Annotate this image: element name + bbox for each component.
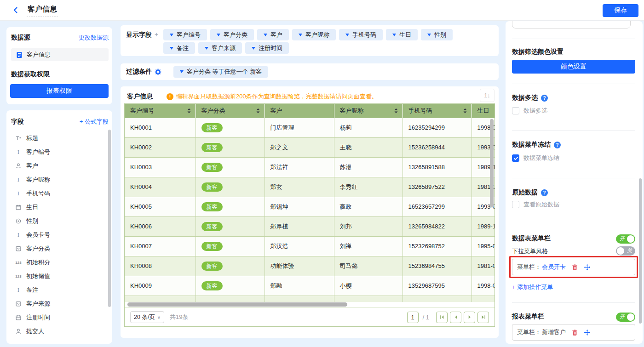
topbar: 客户信息 保存 — [0, 0, 644, 21]
field-item-性别[interactable]: 性别 — [11, 214, 109, 228]
question-icon[interactable]: ? — [541, 189, 548, 196]
field-item-提交人[interactable]: 提交人 — [11, 324, 109, 338]
report-permission-button[interactable]: 报表权限 — [10, 84, 109, 98]
status-badge: 新客 — [201, 182, 223, 192]
change-datasource-link[interactable]: 更改数据源 — [79, 34, 109, 42]
sort-icon[interactable] — [463, 108, 467, 114]
multi-select-checkbox[interactable] — [512, 107, 519, 114]
sort-tool-button[interactable]: 1↓ — [480, 89, 494, 102]
trash-icon[interactable] — [571, 329, 578, 336]
display-field-chip-客户分类[interactable]: 客户分类 — [210, 29, 254, 40]
add-action-menu-link[interactable]: + 添加操作菜单 — [512, 283, 553, 291]
table-cell: 1989-11 — [472, 216, 494, 236]
field-item-客户来源[interactable]: 客户来源 — [11, 297, 109, 311]
display-field-chip-性别[interactable]: 性别 — [421, 29, 453, 40]
divider — [512, 130, 635, 131]
gear-icon[interactable] — [155, 68, 161, 75]
display-field-chip-手机号码[interactable]: 手机号码 — [339, 29, 383, 40]
field-item-标题[interactable]: 标题 — [11, 131, 109, 145]
raw-data-checkbox[interactable] — [512, 201, 519, 208]
menu-bar-name[interactable]: 新增客户 — [542, 328, 566, 336]
sort-icon[interactable] — [394, 108, 398, 114]
display-field-chip-客户[interactable]: 客户 — [257, 29, 289, 40]
document-icon — [16, 51, 23, 58]
field-item-生日[interactable]: 生日 — [11, 200, 109, 214]
table-cell: 15236258944 — [402, 137, 472, 157]
move-icon[interactable] — [584, 329, 591, 336]
total-pages: / 1 — [423, 314, 429, 321]
field-item-客户编号[interactable]: I客户编号 — [11, 145, 109, 159]
field-item-客户分类[interactable]: 客户分类 — [11, 242, 109, 256]
table-cell: 1981-06 — [472, 256, 494, 276]
back-icon[interactable] — [12, 6, 19, 14]
toggle-knob — [627, 313, 634, 321]
display-field-chip-客户编号[interactable]: 客户编号 — [163, 29, 207, 40]
divider — [512, 84, 635, 84]
table-cell: 13265897522 — [402, 177, 472, 197]
datasource-item[interactable]: 客户信息 — [11, 48, 109, 61]
field-item-初始储值[interactable]: 123初始储值 — [11, 269, 109, 283]
menu-bar-item[interactable]: 菜单栏： 新增客户 — [512, 324, 635, 341]
question-icon[interactable]: ? — [554, 142, 561, 148]
field-item-客户[interactable]: 客户 — [11, 159, 109, 173]
sort-icon[interactable] — [187, 108, 191, 114]
table-cell: 13529687595 — [402, 276, 472, 296]
field-item-初始积分[interactable]: 123初始积分 — [11, 256, 109, 269]
display-field-chip-客户昵称[interactable]: 客户昵称 — [292, 29, 336, 40]
filter-condition-chip[interactable]: 客户分类 等于任意一个 新客 — [173, 66, 268, 78]
display-field-chip-备注[interactable]: 备注 — [163, 42, 195, 54]
fields-scrollbar[interactable] — [108, 130, 111, 307]
datasource-item-label: 客户信息 — [27, 51, 51, 59]
field-item-备注[interactable]: I备注 — [11, 283, 109, 297]
field-item-会员卡号[interactable]: I会员卡号 — [11, 228, 109, 242]
first-page-button[interactable] — [436, 312, 448, 323]
display-field-chip-注册时间[interactable]: 注册时间 — [245, 42, 289, 54]
field-item-label: 客户编号 — [26, 148, 50, 156]
add-formula-field-link[interactable]: + 公式字段 — [80, 118, 109, 126]
table-cell: 门店管理 — [264, 118, 334, 137]
fields-panel: 字段 + 公式字段 标题I客户编号客户I客户昵称I手机号码生日性别I会员卡号客户… — [6, 110, 112, 344]
raw-data-checkbox-row[interactable]: 查看原始数据 — [512, 200, 559, 209]
field-item-手机号码[interactable]: I手机号码 — [11, 187, 109, 200]
horizontal-scroll-thumb[interactable] — [127, 302, 347, 307]
table-vertical-scrollbar[interactable] — [490, 119, 494, 207]
table-cell: 新客 — [196, 276, 264, 296]
color-settings-button[interactable]: 颜色设置 — [512, 60, 635, 74]
multi-select-checkbox-row[interactable]: 数据多选 — [512, 107, 547, 115]
table-row: KH0004新客郑玄李秀红132658975221981-06 — [125, 177, 494, 197]
display-field-chips: 客户编号客户分类客户客户昵称手机号码生日性别备注客户来源注册时间 — [163, 29, 453, 56]
current-page-input[interactable]: 1 — [407, 312, 419, 323]
menu-bar-item[interactable]: 菜单栏： 会员开卡 — [512, 259, 635, 275]
report-menu-toggle[interactable]: 开 — [616, 313, 635, 322]
move-icon[interactable] — [584, 264, 591, 271]
display-field-chip-客户来源[interactable]: 客户来源 — [198, 42, 242, 54]
field-item-注册时间[interactable]: 注册时间 — [11, 311, 109, 324]
table-cell: 郑之文 — [264, 137, 334, 157]
last-page-button[interactable] — [477, 312, 489, 323]
table-menu-toggle[interactable]: 开 — [616, 234, 635, 244]
menu-bar-name[interactable]: 会员开卡 — [542, 263, 566, 271]
display-field-chip-生日[interactable]: 生日 — [386, 29, 418, 40]
trash-icon[interactable] — [571, 264, 578, 271]
save-button[interactable]: 保存 — [603, 4, 638, 17]
table-cell: KH0009 — [125, 276, 196, 296]
sort-icon[interactable] — [256, 108, 260, 114]
field-item-客户昵称[interactable]: I客户昵称 — [11, 173, 109, 187]
next-page-button[interactable] — [464, 312, 475, 323]
page-size-select[interactable]: 20 条/页 ∨ — [130, 311, 164, 323]
question-icon[interactable]: ? — [541, 95, 548, 102]
status-badge: 新客 — [201, 281, 223, 290]
table-cell: 新客 — [196, 236, 264, 256]
dropdown-style-toggle[interactable]: 关 — [616, 246, 635, 256]
table-row: KH0008新客功能体验司马懿152369847551981-06 — [125, 256, 494, 276]
clipped-input[interactable] — [512, 21, 631, 28]
menu-freeze-checkbox-row[interactable]: 数据菜单冻结 — [512, 154, 559, 162]
divider — [512, 178, 635, 178]
table-row: KH0002新客郑之文王晓152362589441993-08 — [125, 137, 494, 157]
divider — [512, 224, 635, 224]
menu-freeze-checkbox[interactable] — [512, 154, 519, 162]
settings-scrollbar[interactable] — [639, 178, 642, 324]
prev-page-button[interactable] — [450, 312, 461, 323]
field-item-label: 初始储值 — [26, 272, 50, 280]
add-display-field-button[interactable]: + — [155, 31, 158, 38]
